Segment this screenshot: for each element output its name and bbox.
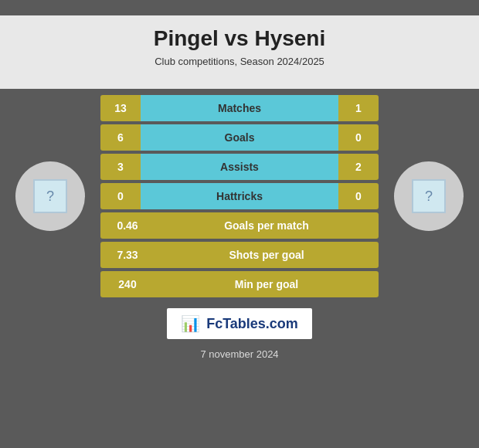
stat-single-label: Min per goal <box>155 271 379 297</box>
stat-label: Matches <box>141 95 338 121</box>
stat-single-label: Goals per match <box>155 212 379 239</box>
stat-left-value: 13 <box>100 95 141 121</box>
stat-single-left: 0.46 <box>100 212 155 239</box>
stat-label: Goals <box>141 124 338 151</box>
date-label: 7 november 2024 <box>200 348 278 360</box>
stat-single-left: 7.33 <box>100 242 155 268</box>
stat-left-value: 3 <box>100 154 141 180</box>
stat-single-left: 240 <box>100 271 155 297</box>
watermark: 📊 FcTables.com <box>167 308 312 339</box>
stats-area: ? 13 Matches 1 6 Goals 0 3 Assists 2 0 H… <box>0 95 479 297</box>
stat-right-value: 0 <box>338 183 379 209</box>
stat-right-value: 0 <box>338 124 379 151</box>
stat-left-value: 0 <box>100 183 141 209</box>
avatar-right: ? <box>394 161 464 231</box>
stat-label: Hattricks <box>141 183 338 209</box>
stat-label: Assists <box>141 154 338 180</box>
stat-row-dual: 13 Matches 1 <box>100 95 379 121</box>
stat-right-value: 2 <box>338 154 379 180</box>
avatar-right-image: ? <box>412 179 446 213</box>
page-title: Pingel vs Hyseni <box>0 26 479 51</box>
stat-right-value: 1 <box>338 95 379 121</box>
card: Pingel vs Hyseni Club competitions, Seas… <box>0 0 479 448</box>
watermark-text: FcTables.com <box>206 316 298 332</box>
stat-row-single: 0.46 Goals per match <box>100 212 379 239</box>
stat-row-dual: 3 Assists 2 <box>100 154 379 180</box>
stat-row-single: 240 Min per goal <box>100 271 379 297</box>
avatar-left-image: ? <box>33 179 67 213</box>
stat-row-dual: 6 Goals 0 <box>100 124 379 151</box>
header-area: Pingel vs Hyseni Club competitions, Seas… <box>0 15 479 89</box>
stat-row-dual: 0 Hattricks 0 <box>100 183 379 209</box>
page-subtitle: Club competitions, Season 2024/2025 <box>0 56 479 67</box>
stat-single-label: Shots per goal <box>155 242 379 268</box>
stats-table: 13 Matches 1 6 Goals 0 3 Assists 2 0 Hat… <box>100 95 379 297</box>
avatar-left: ? <box>15 161 85 231</box>
stat-row-single: 7.33 Shots per goal <box>100 242 379 268</box>
stat-left-value: 6 <box>100 124 141 151</box>
watermark-icon: 📊 <box>181 314 200 333</box>
